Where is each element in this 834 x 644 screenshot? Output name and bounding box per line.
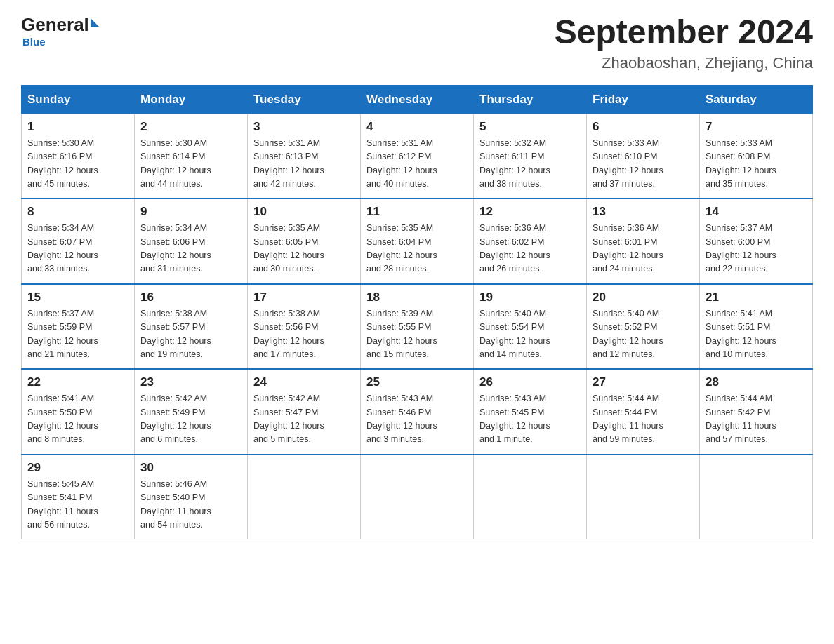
day-number: 18 [366,290,468,304]
day-info: Sunrise: 5:36 AMSunset: 6:02 PMDaylight:… [479,222,581,276]
calendar-body: 1Sunrise: 5:30 AMSunset: 6:16 PMDaylight… [22,114,813,539]
day-number: 25 [366,375,468,389]
week-row-5: 29Sunrise: 5:45 AMSunset: 5:41 PMDayligh… [22,455,813,539]
day-info: Sunrise: 5:36 AMSunset: 6:01 PMDaylight:… [593,222,694,276]
day-number: 28 [706,375,807,389]
day-info: Sunrise: 5:34 AMSunset: 6:07 PMDaylight:… [27,222,128,276]
day-number: 22 [27,375,128,389]
day-number: 6 [593,120,694,134]
calendar-cell: 8Sunrise: 5:34 AMSunset: 6:07 PMDaylight… [22,199,135,284]
calendar-cell: 1Sunrise: 5:30 AMSunset: 6:16 PMDaylight… [22,114,135,199]
calendar-cell: 12Sunrise: 5:36 AMSunset: 6:02 PMDayligh… [474,199,587,284]
calendar-cell: 17Sunrise: 5:38 AMSunset: 5:56 PMDayligh… [248,284,361,370]
header-day-monday: Monday [135,85,248,114]
calendar-cell [361,455,474,539]
day-info: Sunrise: 5:39 AMSunset: 5:55 PMDaylight:… [366,307,468,362]
calendar-cell: 30Sunrise: 5:46 AMSunset: 5:40 PMDayligh… [135,455,248,539]
week-row-2: 8Sunrise: 5:34 AMSunset: 6:07 PMDaylight… [22,199,813,284]
day-info: Sunrise: 5:37 AMSunset: 5:59 PMDaylight:… [27,307,128,362]
calendar-cell: 7Sunrise: 5:33 AMSunset: 6:08 PMDaylight… [700,114,813,199]
day-info: Sunrise: 5:33 AMSunset: 6:08 PMDaylight:… [706,137,807,192]
logo-triangle-icon [91,18,100,27]
header-day-tuesday: Tuesday [248,85,361,114]
calendar-cell: 16Sunrise: 5:38 AMSunset: 5:57 PMDayligh… [135,284,248,370]
day-number: 12 [479,205,581,219]
day-number: 24 [253,375,355,389]
day-number: 11 [366,205,468,219]
day-number: 23 [140,375,241,389]
day-info: Sunrise: 5:43 AMSunset: 5:45 PMDaylight:… [479,392,581,447]
calendar-cell [587,455,700,539]
calendar-cell: 25Sunrise: 5:43 AMSunset: 5:46 PMDayligh… [361,369,474,455]
header-day-wednesday: Wednesday [361,85,474,114]
day-number: 29 [27,461,128,475]
day-number: 3 [253,120,355,134]
logo: General Blue [21,14,100,48]
calendar-cell: 28Sunrise: 5:44 AMSunset: 5:42 PMDayligh… [700,369,813,455]
calendar-cell: 4Sunrise: 5:31 AMSunset: 6:12 PMDaylight… [361,114,474,199]
day-info: Sunrise: 5:40 AMSunset: 5:54 PMDaylight:… [479,307,581,362]
day-number: 16 [140,290,241,304]
day-info: Sunrise: 5:30 AMSunset: 6:16 PMDaylight:… [27,137,128,192]
day-info: Sunrise: 5:41 AMSunset: 5:51 PMDaylight:… [706,307,807,362]
calendar-cell: 23Sunrise: 5:42 AMSunset: 5:49 PMDayligh… [135,369,248,455]
calendar-cell: 5Sunrise: 5:32 AMSunset: 6:11 PMDaylight… [474,114,587,199]
header-area: General Blue September 2024 Zhaobaoshan,… [21,14,813,72]
day-info: Sunrise: 5:44 AMSunset: 5:42 PMDaylight:… [706,392,807,447]
calendar-cell: 26Sunrise: 5:43 AMSunset: 5:45 PMDayligh… [474,369,587,455]
calendar-header: SundayMondayTuesdayWednesdayThursdayFrid… [22,85,813,114]
week-row-3: 15Sunrise: 5:37 AMSunset: 5:59 PMDayligh… [22,284,813,370]
calendar-cell: 20Sunrise: 5:40 AMSunset: 5:52 PMDayligh… [587,284,700,370]
calendar-cell [700,455,813,539]
header-row: SundayMondayTuesdayWednesdayThursdayFrid… [22,85,813,114]
calendar-cell: 15Sunrise: 5:37 AMSunset: 5:59 PMDayligh… [22,284,135,370]
day-info: Sunrise: 5:44 AMSunset: 5:44 PMDaylight:… [593,392,694,447]
day-info: Sunrise: 5:38 AMSunset: 5:56 PMDaylight:… [253,307,355,362]
day-info: Sunrise: 5:31 AMSunset: 6:13 PMDaylight:… [253,137,355,192]
day-info: Sunrise: 5:35 AMSunset: 6:05 PMDaylight:… [253,222,355,276]
title-block: September 2024 Zhaobaoshan, Zhejiang, Ch… [555,14,813,72]
header-day-saturday: Saturday [700,85,813,114]
day-info: Sunrise: 5:45 AMSunset: 5:41 PMDaylight:… [27,478,128,532]
calendar-cell: 11Sunrise: 5:35 AMSunset: 6:04 PMDayligh… [361,199,474,284]
day-number: 7 [706,120,807,134]
calendar-title: September 2024 [555,14,813,51]
day-number: 30 [140,461,241,475]
calendar-cell: 6Sunrise: 5:33 AMSunset: 6:10 PMDaylight… [587,114,700,199]
day-info: Sunrise: 5:42 AMSunset: 5:49 PMDaylight:… [140,392,241,447]
day-number: 1 [27,120,128,134]
calendar-cell: 22Sunrise: 5:41 AMSunset: 5:50 PMDayligh… [22,369,135,455]
logo-text-blue: Blue [22,36,46,48]
calendar-cell: 29Sunrise: 5:45 AMSunset: 5:41 PMDayligh… [22,455,135,539]
calendar-cell: 10Sunrise: 5:35 AMSunset: 6:05 PMDayligh… [248,199,361,284]
day-number: 14 [706,205,807,219]
day-info: Sunrise: 5:31 AMSunset: 6:12 PMDaylight:… [366,137,468,192]
day-number: 20 [593,290,694,304]
day-number: 9 [140,205,241,219]
day-info: Sunrise: 5:32 AMSunset: 6:11 PMDaylight:… [479,137,581,192]
calendar-cell: 13Sunrise: 5:36 AMSunset: 6:01 PMDayligh… [587,199,700,284]
header-day-friday: Friday [587,85,700,114]
day-info: Sunrise: 5:30 AMSunset: 6:14 PMDaylight:… [140,137,241,192]
week-row-4: 22Sunrise: 5:41 AMSunset: 5:50 PMDayligh… [22,369,813,455]
calendar-cell: 18Sunrise: 5:39 AMSunset: 5:55 PMDayligh… [361,284,474,370]
day-number: 8 [27,205,128,219]
calendar-cell: 14Sunrise: 5:37 AMSunset: 6:00 PMDayligh… [700,199,813,284]
logo-text-general: General [21,14,89,36]
day-number: 15 [27,290,128,304]
day-info: Sunrise: 5:43 AMSunset: 5:46 PMDaylight:… [366,392,468,447]
day-info: Sunrise: 5:33 AMSunset: 6:10 PMDaylight:… [593,137,694,192]
day-info: Sunrise: 5:41 AMSunset: 5:50 PMDaylight:… [27,392,128,447]
calendar-cell: 3Sunrise: 5:31 AMSunset: 6:13 PMDaylight… [248,114,361,199]
calendar-cell: 21Sunrise: 5:41 AMSunset: 5:51 PMDayligh… [700,284,813,370]
day-number: 17 [253,290,355,304]
day-info: Sunrise: 5:34 AMSunset: 6:06 PMDaylight:… [140,222,241,276]
day-number: 13 [593,205,694,219]
day-number: 26 [479,375,581,389]
header-day-sunday: Sunday [22,85,135,114]
calendar-subtitle: Zhaobaoshan, Zhejiang, China [555,54,813,72]
calendar-cell [474,455,587,539]
day-number: 19 [479,290,581,304]
day-number: 2 [140,120,241,134]
calendar-cell [248,455,361,539]
